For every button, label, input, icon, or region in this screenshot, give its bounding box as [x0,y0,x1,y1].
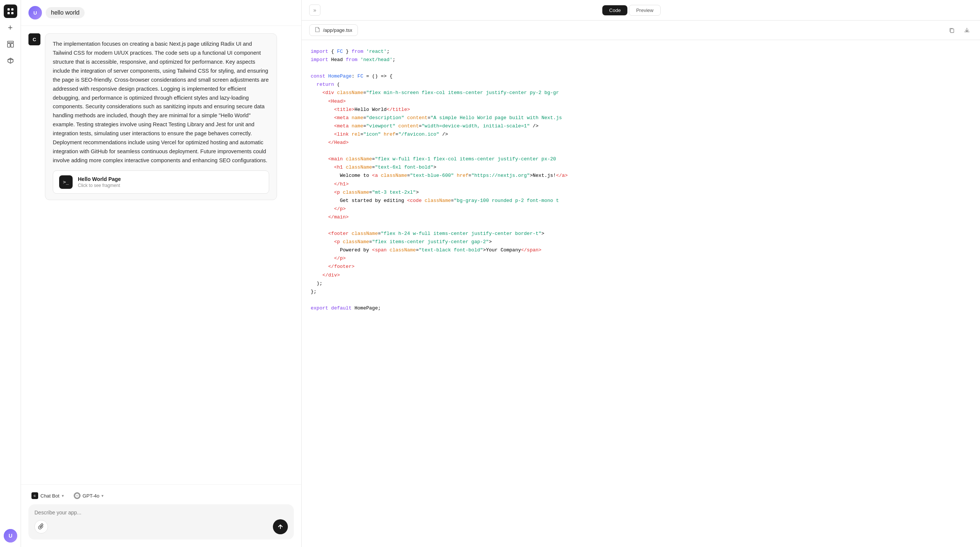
chat-messages: C The implementation focuses on creating… [21,26,301,485]
code-line-11: <link rel="icon" href="/favicon.ico" /> [311,131,971,139]
fragment-subtitle: Click to see fragment [78,183,121,188]
sidebar: + U [0,0,21,547]
bot-avatar: C [29,33,40,45]
code-line-32: export default HomePage; [311,304,971,313]
svg-rect-2 [8,12,10,14]
chat-header: U hello world [21,0,301,26]
code-line-4: const HomePage: FC = () => { [311,72,971,81]
copy-button[interactable] [946,25,958,36]
sidebar-avatar[interactable]: U [4,529,17,542]
code-line-19: Get started by editing <code className="… [311,197,971,205]
gpt-label: GPT-4o [83,493,100,499]
chat-input-field[interactable] [35,510,288,515]
gpt-chevron-icon: ▾ [102,493,104,498]
fragment-info: Hello World Page Click to see fragment [78,176,121,188]
code-line-7: <Head> [311,97,971,106]
tab-preview[interactable]: Preview [629,5,660,16]
code-line-31 [311,296,971,304]
code-line-18: <p className="mt-3 text-2xl"> [311,188,971,197]
code-line-30: }; [311,288,971,296]
code-line-16: Welcome to <a className="text-blue-600" … [311,172,971,180]
send-button[interactable] [273,519,288,534]
code-line-23: <footer className="flex h-24 w-full item… [311,230,971,238]
svg-rect-3 [11,12,13,14]
chat-panel: U hello world C The implementation focus… [21,0,302,547]
code-line-12: </Head> [311,139,971,147]
bot-message: C The implementation focuses on creating… [29,33,294,200]
expand-button[interactable]: » [309,5,320,16]
code-line-21: </main> [311,213,971,222]
code-line-20: </p> [311,205,971,213]
chat-title: hello world [46,7,84,18]
code-line-9: <meta name="description" content="A simp… [311,114,971,122]
chatbot-icon: C [32,492,38,499]
code-panel-header: » Code Preview [302,0,980,21]
file-name: /app/page.tsx [323,27,352,33]
sidebar-icon-plus[interactable]: + [4,21,17,35]
svg-point-18 [75,493,79,498]
code-line-22 [311,222,971,230]
svg-rect-19 [950,29,954,33]
code-panel: » Code Preview /app/page.tsx [302,0,980,547]
fragment-title: Hello World Page [78,176,121,182]
code-content: import { FC } from 'react'; import Head … [302,40,980,547]
file-tab[interactable]: /app/page.tsx [309,24,358,36]
bot-message-text: The implementation focuses on creating a… [53,40,269,165]
code-line-10: <meta name="viewport" content="width=dev… [311,122,971,131]
code-tabs: Code Preview [602,5,660,16]
code-line-13 [311,147,971,155]
file-tab-bar: /app/page.tsx [302,21,980,40]
gpt-icon [74,492,81,499]
sidebar-icon-layout[interactable] [4,37,17,51]
svg-text:C: C [34,494,36,498]
tab-code[interactable]: Code [602,5,627,15]
file-icon [315,27,320,33]
chat-input-selectors: C Chat Bot ▾ GPT-4o ▾ [29,491,294,501]
tab-preview-label: Preview [636,8,653,13]
tab-code-label: Code [609,8,620,13]
code-line-27: </footer> [311,263,971,271]
svg-rect-1 [11,8,13,11]
code-line-2: import Head from 'next/head'; [311,56,971,64]
code-line-24: <p className="flex items-center justify-… [311,238,971,246]
svg-rect-5 [8,43,10,47]
chat-input-area: C Chat Bot ▾ GPT-4o ▾ [21,485,301,547]
chat-input-actions [35,519,288,534]
expand-icon: » [313,7,316,13]
svg-rect-0 [8,8,10,11]
sidebar-icon-package[interactable] [4,54,17,67]
gpt-selector[interactable]: GPT-4o ▾ [71,491,107,501]
code-line-17: </h1> [311,180,971,188]
file-actions [946,25,972,36]
code-line-1: import { FC } from 'react'; [311,48,971,56]
code-line-6: <div className="flex min-h-screen flex-c… [311,89,971,97]
code-line-25: Powered by <span className="text-black f… [311,246,971,254]
attach-button[interactable] [35,520,48,534]
code-line-8: <title>Hello World</title> [311,106,971,114]
code-line-3 [311,64,971,72]
code-line-5: return ( [311,81,971,89]
code-line-29: ); [311,279,971,288]
fragment-card[interactable]: >_ Hello World Page Click to see fragmen… [53,171,269,194]
code-line-26: </p> [311,254,971,263]
svg-text:C: C [33,37,36,42]
sidebar-icon-grid[interactable] [4,5,17,18]
chatbot-chevron-icon: ▾ [62,493,64,498]
chat-input-box [29,504,294,539]
bot-message-content: The implementation focuses on creating a… [45,33,277,200]
svg-rect-6 [11,43,13,47]
code-line-15: <h1 className="text-6xl font-bold"> [311,163,971,172]
svg-rect-4 [8,41,13,43]
download-button[interactable] [961,25,972,36]
svg-text:U: U [8,533,12,539]
chat-header-avatar: U [29,6,42,19]
chat-bot-label: Chat Bot [40,493,59,499]
code-line-14: <main className="flex w-full flex-1 flex… [311,155,971,163]
code-line-28: </div> [311,271,971,279]
chat-bot-selector[interactable]: C Chat Bot ▾ [29,491,67,501]
fragment-icon: >_ [59,175,73,189]
svg-text:U: U [33,10,37,16]
